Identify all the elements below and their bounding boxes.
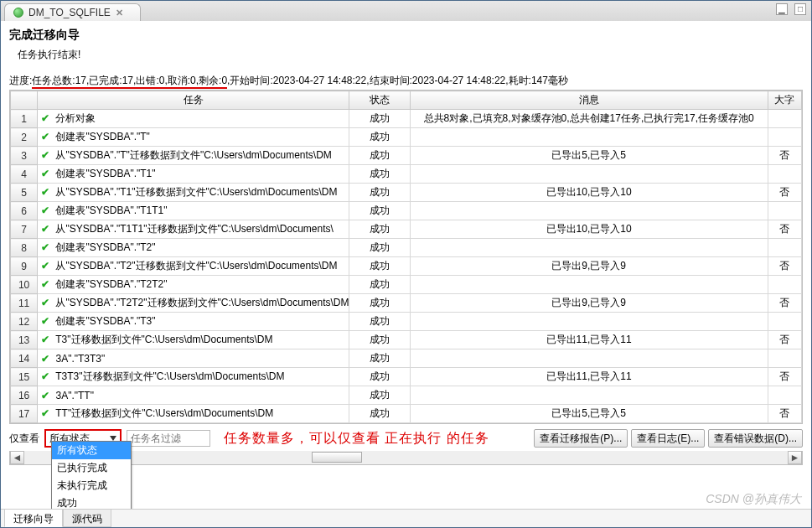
cell-status: 成功 <box>349 294 410 313</box>
cell-message <box>410 165 768 184</box>
view-log-button[interactable]: 查看日志(E)... <box>631 429 705 448</box>
table-row[interactable]: 8✔ 创建表"SYSDBA"."T2"成功 <box>11 239 802 257</box>
cell-status: 成功 <box>349 220 410 239</box>
cell-big: 否 <box>768 184 801 202</box>
cell-big <box>768 239 801 257</box>
header-rownum[interactable] <box>11 91 38 110</box>
cell-message <box>410 276 768 294</box>
cell-status: 成功 <box>349 313 410 331</box>
table-row[interactable]: 2✔ 创建表"SYSDBA"."T"成功 <box>11 128 802 147</box>
check-icon: ✔ <box>41 131 53 142</box>
cell-task: ✔ 分析对象 <box>38 110 349 128</box>
status-dropdown-popup[interactable]: 所有状态 已执行完成 未执行完成 成功 失败 取消 正在执行 等待 <box>51 441 132 509</box>
cell-big <box>768 165 801 184</box>
scroll-left-icon[interactable]: ◄ <box>10 451 24 464</box>
grid-header-row: 任务 状态 消息 大字 <box>11 91 802 110</box>
cell-big: 否 <box>768 368 801 386</box>
cell-status: 成功 <box>349 331 410 349</box>
cell-big <box>768 313 801 331</box>
cell-message: 已导出5,已导入5 <box>410 405 768 423</box>
row-number: 13 <box>11 331 38 349</box>
tab-wizard[interactable]: 迁移向导 <box>4 510 63 527</box>
filter-label: 仅查看 <box>9 432 39 446</box>
cell-big <box>768 276 801 294</box>
cell-status: 成功 <box>349 165 410 184</box>
check-icon: ✔ <box>41 315 53 327</box>
cell-big: 否 <box>768 257 801 276</box>
table-row[interactable]: 16✔ 3A"."TT"成功 <box>11 386 802 405</box>
table-row[interactable]: 3✔ 从"SYSDBA"."T"迁移数据到文件"C:\Users\dm\Docu… <box>11 147 802 165</box>
table-row[interactable]: 5✔ 从"SYSDBA"."T1"迁移数据到文件"C:\Users\dm\Doc… <box>11 184 802 202</box>
table-row[interactable]: 1✔ 分析对象成功总共8对象,已填充8,对象缓存池0,总共创建17任务,已执行完… <box>11 110 802 128</box>
bottom-tab-bar: 迁移向导 源代码 <box>1 509 811 527</box>
view-error-data-button[interactable]: 查看错误数据(D)... <box>708 429 803 448</box>
table-row[interactable]: 10✔ 创建表"SYSDBA"."T2T2"成功 <box>11 276 802 294</box>
cell-status: 成功 <box>349 386 410 405</box>
table-row[interactable]: 7✔ 从"SYSDBA"."T1T1"迁移数据到文件"C:\Users\dm\D… <box>11 220 802 239</box>
page-title: 完成迁移向导 <box>9 28 803 43</box>
dropdown-option[interactable]: 未执行完成 <box>52 477 131 494</box>
editor-tab[interactable]: DM_TO_SQLFILE ✕ <box>4 3 141 21</box>
row-number: 7 <box>11 220 38 239</box>
cell-task: ✔ 3A"."T3T3" <box>38 349 349 368</box>
cell-message <box>410 313 768 331</box>
table-row[interactable]: 9✔ 从"SYSDBA"."T2"迁移数据到文件"C:\Users\dm\Doc… <box>11 257 802 276</box>
cell-task: ✔ TT"迁移数据到文件"C:\Users\dm\Documents\DM <box>38 405 349 423</box>
table-row[interactable]: 14✔ 3A"."T3T3"成功 <box>11 349 802 368</box>
cell-task: ✔ 从"SYSDBA"."T"迁移数据到文件"C:\Users\dm\Docum… <box>38 147 349 165</box>
table-row[interactable]: 15✔ T3T3"迁移数据到文件"C:\Users\dm\Documents\D… <box>11 368 802 386</box>
cell-task: ✔ 创建表"SYSDBA"."T3" <box>38 313 349 331</box>
check-icon: ✔ <box>41 370 53 382</box>
table-row[interactable]: 13✔ T3"迁移数据到文件"C:\Users\dm\Documents\DM成… <box>11 331 802 349</box>
row-number: 9 <box>11 257 38 276</box>
cell-message: 总共8对象,已填充8,对象缓存池0,总共创建17任务,已执行完17,任务缓存池0 <box>410 110 768 128</box>
table-row[interactable]: 17✔ TT"迁移数据到文件"C:\Users\dm\Documents\DM成… <box>11 405 802 423</box>
check-icon: ✔ <box>41 149 53 161</box>
task-name-filter-input[interactable] <box>127 430 210 447</box>
header-task[interactable]: 任务 <box>38 91 349 110</box>
cell-message: 已导出10,已导入10 <box>410 220 768 239</box>
cell-task: ✔ 创建表"SYSDBA"."T" <box>38 128 349 147</box>
header-big[interactable]: 大字 <box>768 91 801 110</box>
cell-message: 已导出9,已导入9 <box>410 294 768 313</box>
view-report-button[interactable]: 查看迁移报告(P)... <box>534 429 628 448</box>
cell-status: 成功 <box>349 110 410 128</box>
cell-task: ✔ 3A"."TT" <box>38 386 349 405</box>
cell-status: 成功 <box>349 184 410 202</box>
check-icon: ✔ <box>41 186 53 198</box>
cell-task: ✔ 创建表"SYSDBA"."T2T2" <box>38 276 349 294</box>
dropdown-option[interactable]: 所有状态 <box>52 442 131 459</box>
task-grid[interactable]: 任务 状态 消息 大字 1✔ 分析对象成功总共8对象,已填充8,对象缓存池0,总… <box>10 91 802 423</box>
table-row[interactable]: 11✔ 从"SYSDBA"."T2T2"迁移数据到文件"C:\Users\dm\… <box>11 294 802 313</box>
dropdown-option[interactable]: 已执行完成 <box>52 459 131 477</box>
cell-task: ✔ T3T3"迁移数据到文件"C:\Users\dm\Documents\DM <box>38 368 349 386</box>
header-status[interactable]: 状态 <box>349 91 410 110</box>
close-icon[interactable]: ✕ <box>116 8 123 18</box>
check-icon: ✔ <box>41 353 53 365</box>
row-number: 17 <box>11 405 38 423</box>
scroll-thumb[interactable] <box>312 452 362 463</box>
check-icon: ✔ <box>41 241 53 253</box>
cell-big: 否 <box>768 294 801 313</box>
cell-status: 成功 <box>349 147 410 165</box>
dropdown-option[interactable]: 成功 <box>52 494 131 509</box>
table-row[interactable]: 6✔ 创建表"SYSDBA"."T1T1"成功 <box>11 202 802 220</box>
cell-big <box>768 349 801 368</box>
tab-source[interactable]: 源代码 <box>63 510 111 527</box>
minimize-button[interactable]: ▁ <box>776 3 788 15</box>
cell-task: ✔ 从"SYSDBA"."T1"迁移数据到文件"C:\Users\dm\Docu… <box>38 184 349 202</box>
check-icon: ✔ <box>41 223 53 235</box>
row-number: 10 <box>11 276 38 294</box>
cell-message: 已导出9,已导入9 <box>410 257 768 276</box>
scroll-right-icon[interactable]: ► <box>788 451 802 464</box>
table-row[interactable]: 4✔ 创建表"SYSDBA"."T1"成功 <box>11 165 802 184</box>
cell-big <box>768 386 801 405</box>
cell-status: 成功 <box>349 257 410 276</box>
migrate-icon <box>13 8 23 18</box>
header-msg[interactable]: 消息 <box>410 91 768 110</box>
maximize-button[interactable]: □ <box>794 3 806 15</box>
cell-task: ✔ 创建表"SYSDBA"."T1" <box>38 165 349 184</box>
table-row[interactable]: 12✔ 创建表"SYSDBA"."T3"成功 <box>11 313 802 331</box>
cell-big: 否 <box>768 405 801 423</box>
cell-message <box>410 202 768 220</box>
